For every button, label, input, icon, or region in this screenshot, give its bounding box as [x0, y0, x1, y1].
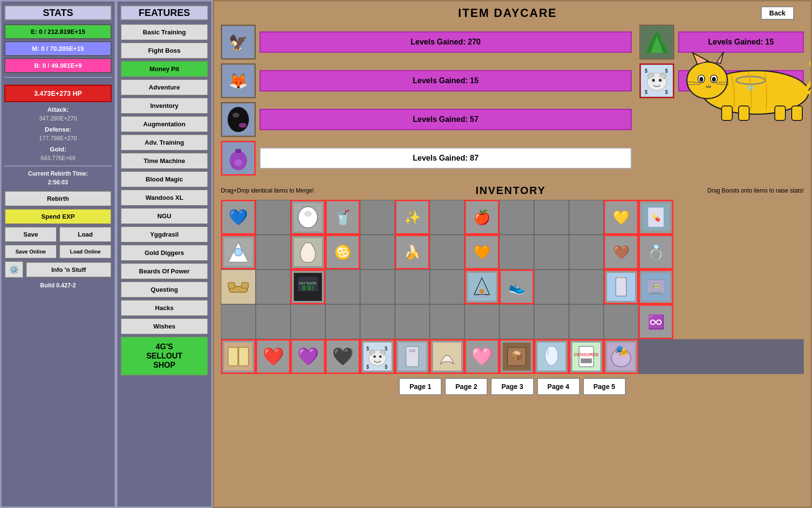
inv-cell[interactable] — [395, 269, 430, 304]
feat-yggdrasil[interactable]: Yggdrasil — [120, 226, 208, 243]
gear-button[interactable]: ⚙️ — [4, 261, 24, 278]
load-online-button[interactable]: Load Online — [59, 244, 112, 259]
inv-cell[interactable]: CENSORED████ — [569, 339, 604, 374]
inv-cell[interactable] — [430, 269, 464, 304]
spend-exp-button[interactable]: Spend EXP — [4, 209, 112, 224]
load-button[interactable]: Load — [59, 226, 112, 242]
inv-cell[interactable]: 💙 — [221, 200, 256, 235]
inv-cell[interactable] — [534, 235, 569, 269]
inv-cell[interactable]: 🩷 — [464, 339, 499, 374]
inv-cell[interactable] — [430, 200, 464, 235]
feat-basic-training[interactable]: Basic Training — [120, 24, 208, 41]
inv-cell[interactable] — [534, 339, 569, 374]
info-button[interactable]: Info 'n Stuff — [26, 262, 112, 278]
inv-cell[interactable]: 💜 — [290, 339, 325, 374]
inv-cell[interactable] — [569, 200, 604, 235]
inv-cell[interactable]: 👟 — [499, 269, 534, 304]
inv-cell[interactable] — [395, 339, 430, 374]
inv-cell[interactable] — [464, 304, 499, 339]
inv-cell[interactable] — [290, 200, 325, 235]
inv-cell[interactable] — [221, 304, 256, 339]
feat-money-pit[interactable]: Money Pit — [120, 60, 208, 77]
inv-cell[interactable] — [604, 269, 638, 304]
inv-cell[interactable]: 🎭 — [604, 339, 638, 374]
inv-cell[interactable] — [604, 304, 638, 339]
inv-cell[interactable] — [395, 304, 430, 339]
feat-adventure[interactable]: Adventure — [120, 79, 208, 96]
feat-sellout-shop[interactable]: 4G'SSELLOUTSHOP — [120, 336, 208, 376]
inv-cell[interactable] — [290, 304, 325, 339]
inv-cell[interactable] — [360, 235, 395, 269]
inv-cell[interactable] — [256, 200, 290, 235]
inv-cell[interactable] — [360, 304, 395, 339]
daycare-item-6[interactable]: $ $ $ $ — [639, 63, 674, 98]
inv-cell[interactable]: ♾️ — [638, 304, 673, 339]
inv-cell[interactable] — [499, 304, 534, 339]
inv-cell[interactable]: HIT RATE||| ||| | — [290, 269, 325, 304]
inv-cell[interactable] — [534, 304, 569, 339]
daycare-item-2[interactable]: 🦊 — [221, 63, 256, 98]
inv-cell[interactable] — [534, 200, 569, 235]
inv-cell[interactable]: 💊 — [638, 200, 673, 235]
page-5-button[interactable]: Page 5 — [583, 378, 626, 395]
inv-cell[interactable]: 🍌 — [395, 235, 430, 269]
inv-cell[interactable] — [569, 304, 604, 339]
inv-cell[interactable] — [534, 269, 569, 304]
feat-blood-magic[interactable]: Blood Magic — [120, 171, 208, 188]
inv-cell[interactable] — [464, 269, 499, 304]
inv-cell[interactable] — [256, 269, 290, 304]
page-4-button[interactable]: Page 4 — [537, 378, 580, 395]
rebirth-button[interactable]: Rebirth — [4, 191, 112, 207]
back-button[interactable]: Back — [761, 6, 794, 20]
inv-cell[interactable] — [499, 235, 534, 269]
feat-adv-training[interactable]: Adv. Training — [120, 134, 208, 151]
feat-gold-diggers[interactable]: Gold Diggers — [120, 244, 208, 261]
inv-cell[interactable]: ♋ — [325, 235, 360, 269]
inv-cell[interactable] — [499, 200, 534, 235]
save-online-button[interactable]: Save Online — [4, 244, 57, 259]
feat-fight-boss[interactable]: Fight Boss — [120, 42, 208, 59]
inv-cell[interactable] — [325, 304, 360, 339]
inv-cell[interactable] — [221, 339, 256, 374]
inv-cell[interactable] — [569, 269, 604, 304]
inv-cell[interactable] — [290, 235, 325, 269]
inv-cell[interactable] — [430, 339, 464, 374]
daycare-item-3[interactable] — [221, 102, 256, 137]
inv-cell[interactable]: 💛 — [604, 200, 638, 235]
inv-cell[interactable]: 📦 — [499, 339, 534, 374]
daycare-item-1[interactable]: 🦅 — [221, 25, 256, 60]
inv-cell[interactable] — [221, 235, 256, 269]
inv-cell[interactable]: ✨ — [395, 200, 430, 235]
inv-cell[interactable] — [569, 235, 604, 269]
feat-inventory[interactable]: Inventory — [120, 97, 208, 114]
inv-cell[interactable]: ❤️ — [256, 339, 290, 374]
feat-beards-of-power[interactable]: Beards Of Power — [120, 263, 208, 280]
page-2-button[interactable]: Page 2 — [445, 378, 488, 395]
inv-cell[interactable] — [360, 269, 395, 304]
inv-cell[interactable]: 🍎 — [464, 200, 499, 235]
save-button[interactable]: Save — [4, 226, 57, 242]
feat-wandoos-xl[interactable]: Wandoos XL — [120, 189, 208, 206]
feat-wishes[interactable]: Wishes — [120, 318, 208, 335]
feat-augmentation[interactable]: Augmentation — [120, 116, 208, 133]
inv-cell[interactable] — [256, 304, 290, 339]
feat-ngu[interactable]: NGU — [120, 208, 208, 224]
inv-cell[interactable] — [430, 304, 464, 339]
daycare-item-4[interactable] — [221, 141, 256, 176]
feat-time-machine[interactable]: Time Machine — [120, 152, 208, 169]
inv-cell[interactable]: 🧡 — [464, 235, 499, 269]
inv-cell[interactable]: $$$$ — [360, 339, 395, 374]
inv-cell[interactable]: 🖼️ — [638, 269, 673, 304]
page-3-button[interactable]: Page 3 — [491, 378, 534, 395]
inv-cell[interactable] — [360, 200, 395, 235]
page-1-button[interactable]: Page 1 — [399, 378, 442, 395]
inv-cell[interactable]: 🖤 — [325, 339, 360, 374]
inv-cell[interactable] — [430, 235, 464, 269]
inv-cell[interactable] — [221, 269, 256, 304]
inv-cell[interactable]: 💍 — [638, 235, 673, 269]
feat-hacks[interactable]: Hacks — [120, 299, 208, 316]
inv-cell[interactable] — [325, 269, 360, 304]
inv-cell[interactable]: 🥤 — [325, 200, 360, 235]
feat-questing[interactable]: Questing — [120, 281, 208, 298]
daycare-item-5[interactable] — [639, 25, 674, 60]
